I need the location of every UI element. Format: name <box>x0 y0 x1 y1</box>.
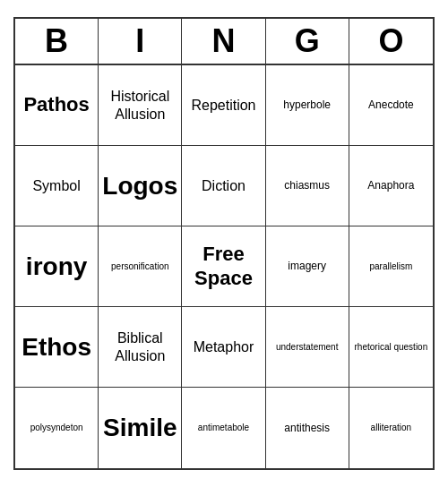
bingo-cell: alliteration <box>349 388 433 468</box>
bingo-cell: Simile <box>99 388 182 468</box>
cell-text: personification <box>111 261 168 272</box>
bingo-cell: Metaphor <box>182 307 265 388</box>
cell-text: Anecdote <box>368 98 414 111</box>
cell-text: chiasmus <box>284 179 330 192</box>
bingo-cell: Pathos <box>15 65 99 146</box>
bingo-cell: antithesis <box>266 388 349 468</box>
bingo-cell: personification <box>99 226 182 307</box>
cell-text: Anaphora <box>367 179 414 192</box>
bingo-grid: PathosHistorical AllusionRepetitionhyper… <box>15 65 433 468</box>
cell-text: antimetabole <box>198 423 249 433</box>
bingo-cell: rhetorical question <box>349 307 433 388</box>
cell-text: understatement <box>276 342 339 353</box>
bingo-cell: understatement <box>266 307 349 388</box>
bingo-cell: Free Space <box>182 226 265 307</box>
cell-text: irony <box>26 252 87 282</box>
bingo-cell: antimetabole <box>182 388 265 468</box>
cell-text: Logos <box>102 171 177 201</box>
cell-text: Repetition <box>191 97 255 114</box>
bingo-cell: Ethos <box>15 307 99 388</box>
bingo-header: BINGO <box>15 19 433 65</box>
header-letter: G <box>266 19 349 64</box>
cell-text: Biblical Allusion <box>102 329 177 363</box>
bingo-cell: Symbol <box>15 146 99 226</box>
cell-text: Historical Allusion <box>102 88 177 122</box>
cell-text: Pathos <box>23 93 89 116</box>
bingo-cell: irony <box>15 226 99 307</box>
bingo-cell: Anaphora <box>349 146 433 226</box>
bingo-cell: Historical Allusion <box>99 65 182 146</box>
cell-text: antithesis <box>284 422 330 434</box>
cell-text: parallelism <box>369 261 412 272</box>
cell-text: Metaphor <box>194 338 254 355</box>
bingo-card: BINGO PathosHistorical AllusionRepetitio… <box>13 17 435 470</box>
header-letter: N <box>182 19 265 64</box>
cell-text: Free Space <box>185 243 261 290</box>
bingo-cell: Diction <box>182 146 265 226</box>
header-letter: B <box>15 19 99 64</box>
bingo-cell: imagery <box>266 226 349 307</box>
cell-text: hyperbole <box>283 98 331 111</box>
bingo-cell: Logos <box>99 146 182 226</box>
bingo-cell: Anecdote <box>349 65 433 146</box>
cell-text: polysyndeton <box>30 423 83 433</box>
bingo-cell: hyperbole <box>266 65 349 146</box>
bingo-cell: polysyndeton <box>15 388 99 468</box>
cell-text: rhetorical question <box>355 342 428 353</box>
bingo-cell: parallelism <box>349 226 433 307</box>
cell-text: imagery <box>288 260 326 272</box>
bingo-cell: chiasmus <box>266 146 349 226</box>
cell-text: Simile <box>103 413 177 443</box>
cell-text: Ethos <box>22 332 91 363</box>
bingo-cell: Repetition <box>182 65 265 146</box>
bingo-cell: Biblical Allusion <box>99 307 182 388</box>
cell-text: alliteration <box>371 423 412 433</box>
cell-text: Symbol <box>32 177 80 194</box>
header-letter: I <box>99 19 182 64</box>
cell-text: Diction <box>202 177 246 194</box>
header-letter: O <box>349 19 433 64</box>
